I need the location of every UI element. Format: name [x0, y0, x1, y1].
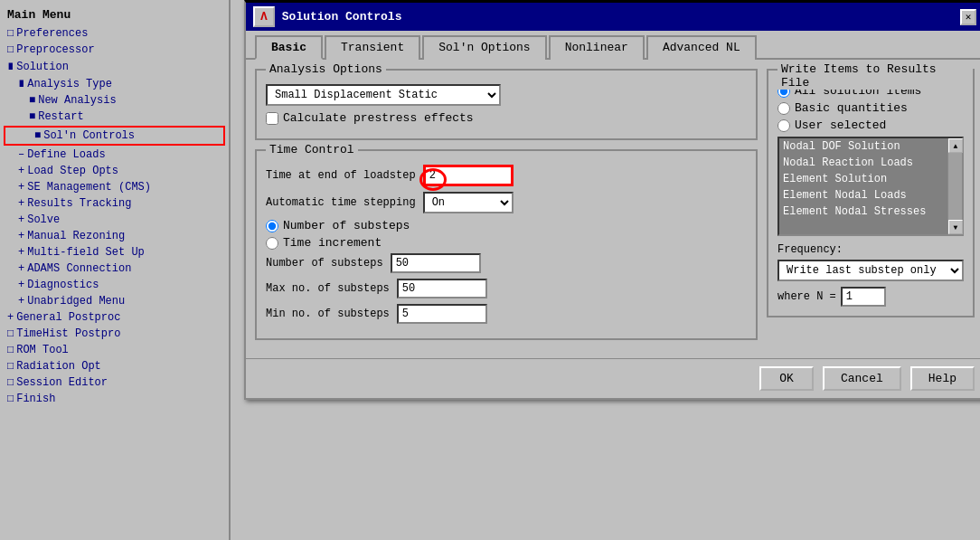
num-substeps-row: Number of substeps — [266, 253, 747, 273]
list-item-element-nodal-loads[interactable]: Element Nodal Loads — [779, 187, 947, 204]
dialog-title: Solution Controls — [282, 10, 402, 24]
tab-bar: Basic Transient Sol'n Options Nonlinear … — [246, 31, 980, 60]
box-icon: □ — [7, 27, 14, 40]
help-button[interactable]: Help — [910, 366, 975, 391]
scroll-up-arrow[interactable]: ▲ — [948, 138, 963, 153]
write-items-label: Write Items to Results File — [777, 62, 973, 90]
sidebar-item-load-step-opts[interactable]: + Load Step Opts — [0, 163, 229, 179]
list-item-element-nodal-stresses[interactable]: Element Nodal Stresses — [779, 204, 947, 220]
sidebar-item-rom-tool[interactable]: □ ROM Tool — [0, 342, 229, 358]
plus-icon: + — [18, 197, 24, 210]
prestress-label: Calculate prestress effects — [283, 111, 474, 125]
box-blue-icon: ■ — [29, 110, 35, 123]
auto-stepping-select[interactable]: OnOffProg Chosen — [423, 192, 514, 213]
minus-icon: ∎ — [18, 77, 24, 90]
items-list: Nodal DOF Solution Nodal Reaction Loads … — [779, 138, 947, 234]
radio-substeps-label: Number of substeps — [283, 219, 410, 232]
list-scrollbar[interactable]: ▲ ▼ — [947, 138, 962, 234]
where-n-input[interactable] — [841, 287, 886, 307]
min-substeps-label: Min no. of substeps — [266, 308, 390, 320]
sidebar-item-general-postproc[interactable]: + General Postproc — [0, 309, 229, 326]
time-end-input-wrapper — [423, 165, 514, 186]
sidebar-item-results-tracking[interactable]: + Results Tracking — [0, 195, 229, 212]
min-substeps-row: Min no. of substeps — [266, 304, 747, 324]
auto-stepping-row: Automatic time stepping OnOffProg Chosen — [266, 192, 747, 213]
sidebar-item-restart[interactable]: ■ Restart — [0, 109, 229, 125]
plus-icon: + — [18, 165, 24, 177]
sidebar-item-finish[interactable]: □ Finish — [0, 391, 229, 407]
box-icon: □ — [7, 327, 14, 340]
analysis-options-group: Analysis Options Small Displacement Stat… — [255, 69, 758, 140]
frequency-label: Frequency: — [777, 243, 964, 256]
plus-icon: + — [18, 181, 24, 194]
tab-nonlinear[interactable]: Nonlinear — [549, 35, 645, 60]
sidebar-item-solution[interactable]: ∎ Solution — [0, 58, 229, 75]
sidebar-item-timehist-postpro[interactable]: □ TimeHist Postpro — [0, 326, 229, 342]
cancel-button[interactable]: Cancel — [823, 366, 901, 391]
tab-advanced-nl[interactable]: Advanced NL — [646, 35, 757, 60]
sidebar-item-analysis-type[interactable]: ∎ Analysis Type — [0, 75, 229, 92]
sidebar-item-multi-field[interactable]: + Multi-field Set Up — [0, 244, 229, 261]
sidebar-item-solve[interactable]: + Solve — [0, 212, 229, 228]
plus-icon: + — [18, 262, 24, 275]
sidebar-item-session-editor[interactable]: □ Session Editor — [0, 374, 229, 391]
max-substeps-label: Max no. of substeps — [266, 282, 390, 295]
dialog-titlebar: Λ Solution Controls ✕ — [246, 3, 980, 31]
where-n-row: where N = — [777, 287, 964, 307]
time-control-group: Time Control Time at end of loadstep Aut… — [255, 149, 758, 340]
num-substeps-input[interactable] — [391, 253, 481, 273]
plus-icon: + — [18, 295, 24, 308]
write-items-group: Write Items to Results File All solution… — [767, 69, 975, 317]
minus-icon: ∎ — [7, 60, 14, 73]
sidebar-item-preprocessor[interactable]: □ Preprocessor — [0, 42, 229, 58]
sidebar-item-preferences[interactable]: □ Preferences — [0, 25, 229, 42]
box-icon: □ — [7, 344, 14, 356]
radio-user-label: User selected — [795, 118, 886, 132]
scroll-track[interactable] — [948, 153, 962, 220]
sidebar-item-soln-controls[interactable]: ■ Sol'n Controls — [4, 126, 225, 146]
main-content: Λ Solution Controls ✕ Basic Transient So… — [231, 0, 980, 540]
frequency-select[interactable]: Write last substep onlyWrite every subst… — [777, 260, 964, 281]
ansys-logo: Λ — [253, 6, 275, 27]
min-substeps-input[interactable] — [397, 304, 487, 324]
analysis-type-row: Small Displacement StaticLarge Displacem… — [266, 84, 747, 106]
sidebar-item-unabridged-menu[interactable]: + Unabridged Menu — [0, 293, 229, 309]
sidebar-title: Main Menu — [0, 5, 229, 25]
box-icon: □ — [7, 376, 14, 389]
radio-time-increment[interactable] — [266, 237, 278, 250]
sidebar-item-manual-rezoning[interactable]: + Manual Rezoning — [0, 228, 229, 244]
prestress-checkbox[interactable] — [266, 112, 278, 125]
sidebar-item-adams-connection[interactable]: + ADAMS Connection — [0, 261, 229, 277]
sidebar-item-se-management[interactable]: + SE Management (CMS) — [0, 179, 229, 195]
list-item-nodal-reaction[interactable]: Nodal Reaction Loads — [779, 155, 947, 171]
left-panel: Analysis Options Small Displacement Stat… — [255, 69, 758, 349]
dialog-footer: OK Cancel Help — [246, 358, 980, 398]
auto-stepping-label: Automatic time stepping — [266, 196, 416, 209]
list-item-nodal-dof[interactable]: Nodal DOF Solution — [779, 138, 947, 155]
radio-user-items[interactable] — [777, 119, 790, 132]
list-item-element-solution[interactable]: Element Solution — [779, 171, 947, 187]
plus-icon: + — [18, 279, 24, 291]
sidebar-item-define-loads[interactable]: – Define Loads — [0, 147, 229, 163]
scroll-down-arrow[interactable]: ▼ — [948, 220, 963, 234]
sidebar-item-radiation-opt[interactable]: □ Radiation Opt — [0, 358, 229, 374]
solution-controls-dialog: Λ Solution Controls ✕ Basic Transient So… — [244, 0, 980, 400]
radio-time-row: Time increment — [266, 236, 747, 250]
plus-icon: + — [7, 311, 14, 324]
sidebar-item-new-analysis[interactable]: ■ New Analysis — [0, 92, 229, 109]
close-button[interactable]: ✕ — [960, 9, 976, 25]
time-end-input[interactable] — [423, 165, 514, 186]
radio-substeps[interactable] — [266, 220, 278, 232]
plus-icon: + — [18, 213, 24, 226]
max-substeps-input[interactable] — [397, 279, 487, 298]
radio-basic-items[interactable] — [777, 102, 790, 115]
tab-soln-options[interactable]: Sol'n Options — [422, 35, 546, 60]
tab-transient[interactable]: Transient — [325, 35, 420, 60]
box-blue-icon: ■ — [34, 129, 41, 142]
app-window: Main Menu □ Preferences □ Preprocessor ∎… — [0, 0, 980, 540]
tab-basic[interactable]: Basic — [255, 35, 323, 60]
ok-button[interactable]: OK — [759, 366, 814, 391]
analysis-type-select[interactable]: Small Displacement StaticLarge Displacem… — [266, 84, 501, 106]
sidebar-item-diagnostics[interactable]: + Diagnostics — [0, 277, 229, 293]
num-substeps-label: Number of substeps — [266, 257, 383, 270]
